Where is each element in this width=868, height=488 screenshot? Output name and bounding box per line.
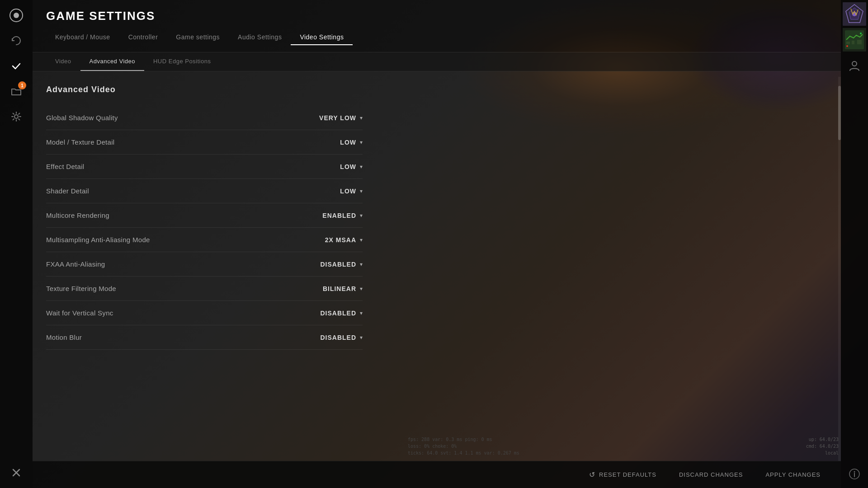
bottom-bar: fps: 288 var: 0.3 ms ping: 0 ms loss: 0%… <box>33 461 841 488</box>
arrow-msaa: ▾ <box>360 237 363 243</box>
svg-point-15 <box>860 33 862 34</box>
label-effect-detail: Effect Detail <box>46 163 85 170</box>
arrow-model-texture: ▾ <box>360 139 363 145</box>
sidebar-check-icon[interactable] <box>5 55 27 77</box>
tab-controller[interactable]: Controller <box>119 30 167 45</box>
setting-texture-filter: Texture Filtering Mode BILINEAR ▾ <box>46 277 363 301</box>
sidebar-sync-icon[interactable] <box>5 30 27 52</box>
label-fxaa: FXAA Anti-Aliasing <box>46 260 105 268</box>
reset-icon: ↺ <box>589 470 595 479</box>
setting-shader-detail: Shader Detail LOW ▾ <box>46 179 363 203</box>
discard-changes-button[interactable]: DISCARD CHANGES <box>672 468 750 482</box>
debug-info: fps: 288 var: 0.3 ms ping: 0 ms loss: 0%… <box>408 436 519 456</box>
value-vsync: DISABLED <box>320 310 356 317</box>
value-shader-detail: LOW <box>340 188 356 195</box>
arrow-effect-detail: ▾ <box>360 164 363 170</box>
section-title: Advanced Video <box>46 85 827 94</box>
label-motion-blur: Motion Blur <box>46 333 82 341</box>
setting-motion-blur: Motion Blur DISABLED ▾ <box>46 325 363 350</box>
control-msaa[interactable]: 2X MSAA ▾ <box>299 236 363 244</box>
svg-rect-11 <box>846 42 850 44</box>
value-model-texture: LOW <box>340 139 356 146</box>
settings-list: Global Shadow Quality VERY LOW ▾ Model /… <box>46 106 363 350</box>
svg-point-14 <box>846 45 848 47</box>
label-global-shadow: Global Shadow Quality <box>46 114 118 122</box>
control-effect-detail[interactable]: LOW ▾ <box>299 163 363 170</box>
apply-changes-button[interactable]: APPLY CHANGES <box>759 468 827 482</box>
scrollbar-track[interactable] <box>838 77 841 461</box>
arrow-global-shadow: ▾ <box>360 115 363 121</box>
right-info-button[interactable] <box>843 462 866 486</box>
setting-multicore: Multicore Rendering ENABLED ▾ <box>46 203 363 228</box>
value-global-shadow: VERY LOW <box>319 114 356 122</box>
main-content: GAME SETTINGS Keyboard / Mouse Controlle… <box>33 0 841 488</box>
arrow-multicore: ▾ <box>360 212 363 219</box>
setting-model-texture: Model / Texture Detail LOW ▾ <box>46 130 363 155</box>
svg-rect-13 <box>857 40 862 44</box>
setting-global-shadow: Global Shadow Quality VERY LOW ▾ <box>46 106 363 130</box>
tab-audio[interactable]: Audio Settings <box>229 30 291 45</box>
setting-fxaa: FXAA Anti-Aliasing DISABLED ▾ <box>46 252 363 277</box>
sidebar-gear-icon[interactable] <box>5 106 27 127</box>
sidebar-close-icon[interactable] <box>5 462 27 483</box>
sidebar-folder-wrap: 1 <box>5 80 27 102</box>
debug-right: up: 64.0/23 cmd: 64.0/23 local <box>806 436 839 456</box>
folder-badge: 1 <box>18 81 26 89</box>
label-shader-detail: Shader Detail <box>46 187 89 195</box>
label-texture-filter: Texture Filtering Mode <box>46 285 116 292</box>
tab-game[interactable]: Game settings <box>167 30 229 45</box>
control-motion-blur[interactable]: DISABLED ▾ <box>299 334 363 341</box>
arrow-fxaa: ▾ <box>360 261 363 267</box>
control-vsync[interactable]: DISABLED ▾ <box>299 310 363 317</box>
sub-tab-hud[interactable]: HUD Edge Positions <box>144 52 220 71</box>
control-fxaa[interactable]: DISABLED ▾ <box>299 261 363 268</box>
tab-keyboard[interactable]: Keyboard / Mouse <box>46 30 119 45</box>
svg-point-1 <box>14 13 19 18</box>
value-multicore: ENABLED <box>322 212 356 219</box>
arrow-shader-detail: ▾ <box>360 188 363 194</box>
sidebar-logo[interactable] <box>5 5 27 26</box>
value-effect-detail: LOW <box>340 163 356 170</box>
sub-tab-advanced[interactable]: Advanced Video <box>80 52 144 71</box>
arrow-motion-blur: ▾ <box>360 334 363 341</box>
sub-tabs: Video Advanced Video HUD Edge Positions <box>33 52 841 71</box>
nav-tabs: Keyboard / Mouse Controller Game setting… <box>46 30 827 45</box>
arrow-texture-filter: ▾ <box>360 286 363 292</box>
sub-tab-video[interactable]: Video <box>46 52 80 71</box>
value-msaa: 2X MSAA <box>325 236 356 244</box>
control-global-shadow[interactable]: VERY LOW ▾ <box>299 114 363 122</box>
left-sidebar: 1 <box>0 0 33 488</box>
control-model-texture[interactable]: LOW ▾ <box>299 139 363 146</box>
setting-vsync: Wait for Vertical Sync DISABLED ▾ <box>46 301 363 325</box>
right-user-button[interactable] <box>843 54 866 77</box>
setting-effect-detail: Effect Detail LOW ▾ <box>46 155 363 179</box>
settings-content: Advanced Video Global Shadow Quality VER… <box>33 71 841 488</box>
value-texture-filter: BILINEAR <box>323 285 356 292</box>
scrollbar-thumb[interactable] <box>838 86 841 140</box>
reset-defaults-button[interactable]: ↺ RESET DEFAULTS <box>582 467 663 483</box>
tab-video[interactable]: Video Settings <box>291 30 353 45</box>
control-texture-filter[interactable]: BILINEAR ▾ <box>299 285 363 292</box>
svg-point-2 <box>14 115 18 118</box>
header: GAME SETTINGS Keyboard / Mouse Controlle… <box>33 0 841 52</box>
value-fxaa: DISABLED <box>320 261 356 268</box>
control-shader-detail[interactable]: LOW ▾ <box>299 188 363 195</box>
page-title: GAME SETTINGS <box>46 9 827 23</box>
label-msaa: Multisampling Anti-Aliasing Mode <box>46 236 150 244</box>
value-motion-blur: DISABLED <box>320 334 356 341</box>
right-thumb-map <box>843 28 866 52</box>
control-multicore[interactable]: ENABLED ▾ <box>299 212 363 219</box>
right-thumb-top <box>843 2 866 26</box>
label-multicore: Multicore Rendering <box>46 211 109 219</box>
setting-msaa: Multisampling Anti-Aliasing Mode 2X MSAA… <box>46 228 363 252</box>
label-vsync: Wait for Vertical Sync <box>46 309 113 317</box>
arrow-vsync: ▾ <box>360 310 363 316</box>
svg-rect-12 <box>852 41 854 44</box>
right-sidebar <box>841 0 868 488</box>
label-model-texture: Model / Texture Detail <box>46 138 114 146</box>
svg-point-19 <box>854 471 855 473</box>
svg-point-16 <box>852 61 857 66</box>
